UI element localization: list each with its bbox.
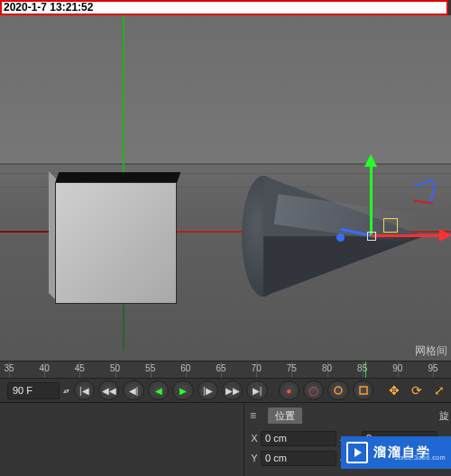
play-reverse-icon: ◀	[155, 386, 162, 396]
gizmo-axis-x[interactable]	[371, 234, 443, 237]
gizmo-plane-handle[interactable]	[383, 218, 398, 233]
tab-position-label: 位置	[275, 410, 295, 421]
current-frame-field[interactable]: 90 F	[7, 382, 60, 399]
next-frame-button[interactable]: |▶	[198, 380, 218, 400]
next-frame-icon: |▶	[203, 386, 213, 396]
rotate-tool-button[interactable]: ⟳	[406, 380, 427, 401]
key-selection-icon	[333, 385, 344, 396]
rotate-tool-icon: ⟳	[411, 383, 422, 398]
current-frame-value: 90 F	[13, 385, 32, 396]
play-forward-icon: ▶	[179, 386, 187, 396]
viewport-sky	[0, 15, 451, 164]
watermark-url: zixue.3d66.com	[395, 454, 446, 461]
coord-x-position-field[interactable]: 0 cm	[261, 431, 336, 446]
nav-axis-line	[414, 178, 433, 187]
svg-rect-1	[360, 387, 367, 394]
next-key-icon: ▶▶	[226, 386, 240, 396]
ruler-tick-label: 50	[110, 363, 120, 373]
ruler-tick-label: 70	[252, 363, 262, 373]
prev-frame-icon: ◀|	[129, 386, 139, 396]
ruler-tick-label: 55	[145, 363, 155, 373]
next-key-button[interactable]: ▶▶	[222, 380, 243, 400]
gizmo-axis-y[interactable]	[370, 162, 373, 236]
gizmo-axis-z-handle[interactable]	[336, 233, 345, 242]
ruler-tick-label: 90	[392, 363, 402, 373]
play-reverse-button[interactable]: ◀	[148, 380, 169, 400]
ruler-tick-label: 95	[428, 363, 437, 373]
move-tool-icon: ✥	[389, 383, 400, 398]
playback-bar: 90 F ▴▾ |◀ ◀◀ ◀| ◀ ▶ |▶ ▶▶ ▶| ● ◯ ✥ ⟳	[0, 379, 451, 403]
coord-y-label: Y	[248, 453, 261, 463]
autokey-icon: ◯	[308, 386, 318, 396]
tab-rotation-label[interactable]: 旋	[439, 409, 449, 423]
ruler-tick-label: 80	[322, 363, 332, 373]
record-icon: ●	[286, 386, 291, 396]
timestamp-bar: 2020-1-7 13:21:52	[0, 0, 448, 15]
frame-stepper-icon[interactable]: ▴▾	[63, 387, 72, 395]
cube-object[interactable]	[55, 182, 177, 304]
gizmo-axis-y-arrow[interactable]	[364, 154, 377, 167]
watermark-play-icon	[346, 442, 368, 463]
gizmo-center[interactable]	[367, 232, 376, 241]
move-tool-button[interactable]: ✥	[383, 380, 404, 401]
go-start-icon: |◀	[79, 386, 89, 396]
viewport-3d[interactable]: 网格间	[0, 15, 451, 361]
viewport-grid-label: 网格间	[415, 343, 447, 359]
move-gizmo[interactable]	[329, 151, 437, 268]
gizmo-axis-x-arrow[interactable]	[439, 229, 451, 242]
ruler-tick-label: 45	[75, 363, 85, 373]
attribute-panel-left	[0, 402, 244, 476]
key-selection-button[interactable]	[327, 380, 348, 400]
ruler-tick-label: 65	[216, 363, 226, 373]
navigation-axis-icon[interactable]	[410, 178, 437, 205]
autokey-button[interactable]: ◯	[303, 380, 324, 400]
coord-y-position-field[interactable]: 0 cm	[261, 451, 336, 466]
watermark-badge: 溜溜自学	[341, 436, 451, 469]
go-end-button[interactable]: ▶|	[246, 380, 267, 400]
coord-x-label: X	[248, 433, 261, 444]
prev-key-icon: ◀◀	[102, 386, 116, 396]
play-forward-button[interactable]: ▶	[172, 380, 193, 400]
panel-menu-icon[interactable]: ≡	[250, 409, 256, 422]
ruler-tick-label: 40	[40, 363, 50, 373]
keyframe-options-button[interactable]	[353, 380, 373, 400]
ruler-tick-label: 85	[357, 363, 367, 373]
svg-point-0	[335, 387, 342, 394]
timestamp-text: 2020-1-7 13:21:52	[2, 1, 93, 14]
go-start-button[interactable]: |◀	[74, 380, 95, 400]
keyframe-options-icon	[358, 385, 369, 396]
scale-tool-button[interactable]: ⤢	[429, 380, 450, 401]
prev-key-button[interactable]: ◀◀	[98, 380, 119, 400]
ruler-tick-label: 35	[4, 363, 14, 373]
prev-frame-button[interactable]: ◀|	[123, 380, 143, 400]
nav-axis-line	[430, 182, 436, 202]
tab-position[interactable]: 位置	[268, 407, 302, 424]
scale-tool-icon: ⤢	[434, 383, 445, 398]
record-button[interactable]: ●	[279, 380, 299, 400]
go-end-icon: ▶|	[253, 386, 262, 396]
ruler-tick-label: 60	[180, 363, 190, 373]
ruler-tick-label: 75	[287, 363, 297, 373]
timeline-ruler[interactable]: 35404550556065707580859095	[0, 361, 451, 379]
